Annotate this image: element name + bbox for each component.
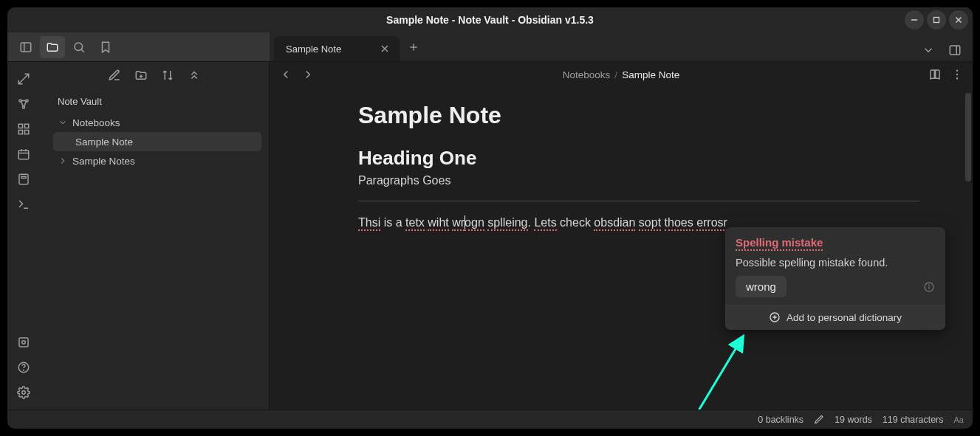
vault-icon[interactable]: [12, 331, 35, 353]
files-tab-icon[interactable]: [40, 36, 65, 58]
annotation-arrow: [691, 331, 757, 409]
breadcrumb-parent[interactable]: Notebooks: [563, 69, 611, 80]
bookmark-icon[interactable]: [93, 36, 118, 58]
tab-dropdown-icon[interactable]: [918, 39, 939, 61]
tab-sample-note[interactable]: Sample Note: [274, 36, 400, 61]
sort-icon[interactable]: [157, 66, 178, 85]
popup-footer-label: Add to personal dictionary: [787, 312, 902, 323]
breadcrumb-sep: /: [614, 69, 617, 80]
svg-rect-20: [25, 131, 29, 134]
svg-line-7: [81, 49, 84, 52]
maximize-button[interactable]: [927, 10, 946, 30]
file-label: Sample Note: [75, 136, 133, 148]
editor-pane: Notebooks / Sample Note Sample Note Head…: [270, 62, 973, 409]
breadcrumb-current[interactable]: Sample Note: [622, 69, 679, 80]
canvas-icon[interactable]: [12, 118, 35, 140]
status-words[interactable]: 19 words: [835, 415, 872, 425]
svg-rect-18: [25, 124, 29, 128]
svg-rect-28: [19, 338, 28, 347]
pencil-icon[interactable]: [814, 414, 824, 425]
quick-switcher-icon[interactable]: [12, 68, 35, 90]
breadcrumb: Notebooks / Sample Note: [323, 69, 919, 80]
folder-label: Sample Notes: [72, 156, 135, 167]
popup-description: Possible spelling mistake found.: [736, 257, 935, 269]
chevron-right-icon: [58, 156, 68, 166]
svg-point-31: [24, 370, 24, 370]
search-icon[interactable]: [66, 36, 92, 58]
window-title: Sample Note - Note Vault - Obsidian v1.5…: [386, 14, 594, 26]
status-chars[interactable]: 119 characters: [883, 415, 944, 425]
svg-point-14: [19, 100, 21, 102]
svg-point-29: [22, 341, 26, 345]
titlebar: Sample Note - Note Vault - Obsidian v1.5…: [7, 7, 973, 32]
paragraph-text[interactable]: Paragraphs Goes: [358, 174, 919, 187]
svg-rect-4: [21, 43, 31, 52]
header: Sample Note: [7, 32, 973, 62]
suggestion-chip[interactable]: wrong: [736, 276, 787, 297]
status-case-icon[interactable]: Aa: [954, 415, 964, 424]
info-icon[interactable]: [923, 281, 935, 293]
close-button[interactable]: [949, 10, 968, 30]
new-folder-icon[interactable]: [131, 66, 151, 85]
folder-label: Notebooks: [72, 117, 120, 128]
settings-icon[interactable]: [12, 381, 35, 404]
folder-sample-notes[interactable]: Sample Notes: [53, 151, 261, 170]
vault-name[interactable]: Note Vault: [53, 91, 261, 113]
note-header: Notebooks / Sample Note: [270, 62, 973, 87]
ribbon: [7, 62, 40, 409]
file-sample-note[interactable]: Sample Note: [53, 132, 261, 151]
svg-point-36: [956, 74, 958, 75]
tab-label: Sample Note: [286, 44, 341, 55]
note-title[interactable]: Sample Note: [358, 102, 919, 129]
minimize-button[interactable]: [905, 10, 924, 30]
templates-icon[interactable]: [12, 168, 35, 190]
help-icon[interactable]: [12, 356, 35, 378]
reading-mode-icon[interactable]: [925, 63, 945, 86]
svg-point-16: [23, 106, 25, 108]
tab-close-icon[interactable]: [379, 43, 391, 55]
header-left: [7, 32, 270, 61]
sidebar-toolbar: [40, 62, 269, 89]
file-tree: Note Vault Notebooks Sample Note Sample …: [40, 89, 269, 173]
spellcheck-popup: Spelling mistake Possible spelling mista…: [725, 227, 945, 330]
svg-point-37: [956, 77, 958, 79]
more-options-icon[interactable]: [949, 63, 965, 86]
horizontal-rule: [358, 201, 919, 201]
popup-title: Spelling mistake: [736, 236, 823, 251]
svg-rect-1: [934, 18, 939, 23]
command-palette-icon[interactable]: [12, 193, 35, 215]
status-bar: 0 backlinks 19 words 119 characters Aa: [7, 409, 973, 429]
tab-bar: Sample Note: [270, 32, 973, 61]
svg-rect-19: [18, 131, 22, 134]
chevron-down-icon: [58, 117, 68, 128]
svg-point-32: [22, 391, 26, 395]
status-backlinks[interactable]: 0 backlinks: [758, 415, 803, 425]
add-to-dictionary-button[interactable]: Add to personal dictionary: [725, 305, 945, 330]
collapse-right-icon[interactable]: [945, 39, 965, 61]
nav-forward-icon[interactable]: [299, 63, 317, 86]
svg-point-15: [26, 100, 28, 102]
note-body[interactable]: Sample Note Heading One Paragraphs Goes …: [270, 87, 973, 409]
new-note-icon[interactable]: [104, 66, 125, 85]
svg-rect-12: [950, 46, 960, 55]
collapse-left-icon[interactable]: [13, 36, 38, 58]
heading-one[interactable]: Heading One: [358, 147, 919, 170]
graph-icon[interactable]: [12, 93, 35, 115]
collapse-all-icon[interactable]: [184, 66, 205, 85]
tab-right-controls: [918, 39, 973, 61]
svg-point-35: [956, 70, 958, 72]
nav-back-icon[interactable]: [277, 63, 295, 86]
scrollbar-thumb[interactable]: [965, 93, 971, 181]
svg-rect-17: [18, 124, 22, 128]
daily-note-icon[interactable]: [12, 143, 35, 165]
new-tab-button[interactable]: [402, 36, 425, 58]
svg-rect-21: [18, 150, 29, 159]
file-explorer: Note Vault Notebooks Sample Note Sample …: [40, 62, 270, 409]
svg-rect-25: [19, 174, 28, 184]
app-window: Sample Note - Note Vault - Obsidian v1.5…: [7, 7, 973, 429]
folder-notebooks[interactable]: Notebooks: [53, 113, 261, 132]
svg-line-44: [698, 338, 742, 409]
svg-rect-26: [21, 176, 26, 178]
svg-point-40: [929, 285, 930, 286]
window-controls: [905, 7, 968, 32]
